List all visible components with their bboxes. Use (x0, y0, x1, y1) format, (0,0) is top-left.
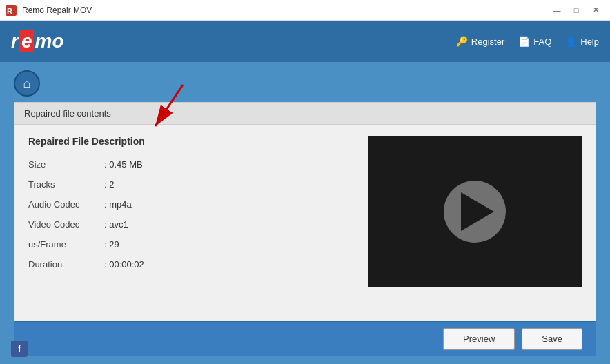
file-desc-title: Repaired File Description (28, 136, 347, 147)
audio-codec-label: Audio Codec (28, 199, 104, 210)
tracks-row: Tracks : 2 (28, 179, 347, 190)
home-icon: ⌂ (23, 77, 31, 91)
minimize-button[interactable]: — (548, 3, 566, 17)
usframe-row: us/Frame : 29 (28, 239, 347, 250)
header-bar: r e mo 🔑 Register 📄 FAQ 👤 Help (0, 21, 610, 62)
save-button[interactable]: Save (522, 328, 582, 350)
home-button[interactable]: ⌂ (14, 70, 40, 97)
tracks-value: : 2 (104, 179, 114, 190)
panel-header: Repaired file contents (14, 103, 596, 125)
faq-nav-item[interactable]: 📄 FAQ (518, 36, 551, 47)
register-label: Register (471, 37, 504, 47)
help-icon: 👤 (565, 36, 577, 47)
audio-codec-value: : mp4a (104, 199, 132, 210)
facebook-icon[interactable]: f (11, 341, 28, 357)
help-label: Help (580, 37, 599, 47)
play-triangle-icon (461, 192, 494, 231)
facebook-area[interactable]: f (11, 341, 28, 357)
size-label: Size (28, 159, 104, 170)
faq-label: FAQ (533, 37, 551, 47)
audio-codec-row: Audio Codec : mp4a (28, 199, 347, 210)
title-bar: R Remo Repair MOV — □ ✕ (0, 0, 610, 21)
logo-rest: mo (35, 30, 63, 52)
usframe-label: us/Frame (28, 239, 104, 250)
file-info: Repaired File Description Size : 0.45 MB… (28, 136, 347, 310)
duration-label: Duration (28, 259, 104, 270)
header-nav: 🔑 Register 📄 FAQ 👤 Help (456, 36, 599, 47)
home-row: ⌂ (14, 70, 596, 97)
panel-body: Repaired File Description Size : 0.45 MB… (14, 125, 596, 321)
logo-text: r e mo (11, 30, 63, 52)
size-value: : 0.45 MB (104, 159, 143, 170)
usframe-value: : 29 (104, 239, 119, 250)
video-codec-label: Video Codec (28, 219, 104, 230)
svg-text:R: R (7, 7, 12, 15)
duration-value: : 00:00:02 (104, 259, 144, 270)
maximize-button[interactable]: □ (567, 3, 585, 17)
logo-box: e (19, 30, 35, 52)
play-button[interactable] (444, 181, 506, 243)
faq-icon: 📄 (518, 36, 530, 47)
content-panel: Repaired file contents Repaired File Des… (14, 102, 596, 321)
app-icon: R (6, 5, 17, 16)
logo: r e mo (11, 30, 63, 52)
bottom-bar: Preview Save (14, 321, 596, 356)
key-icon: 🔑 (456, 36, 468, 47)
window-title: Remo Repair MOV (22, 6, 92, 15)
video-preview (368, 136, 582, 287)
window-controls: — □ ✕ (548, 3, 604, 17)
tracks-label: Tracks (28, 179, 104, 190)
video-codec-row: Video Codec : avc1 (28, 219, 347, 230)
main-area: ⌂ Repaired file contents Repaired File D… (0, 62, 610, 364)
preview-button[interactable]: Preview (443, 328, 515, 350)
duration-row: Duration : 00:00:02 (28, 259, 347, 270)
help-nav-item[interactable]: 👤 Help (565, 36, 599, 47)
logo-r: r (11, 30, 19, 52)
close-button[interactable]: ✕ (587, 3, 604, 17)
video-codec-value: : avc1 (104, 219, 128, 230)
size-row: Size : 0.45 MB (28, 159, 347, 170)
register-nav-item[interactable]: 🔑 Register (456, 36, 504, 47)
